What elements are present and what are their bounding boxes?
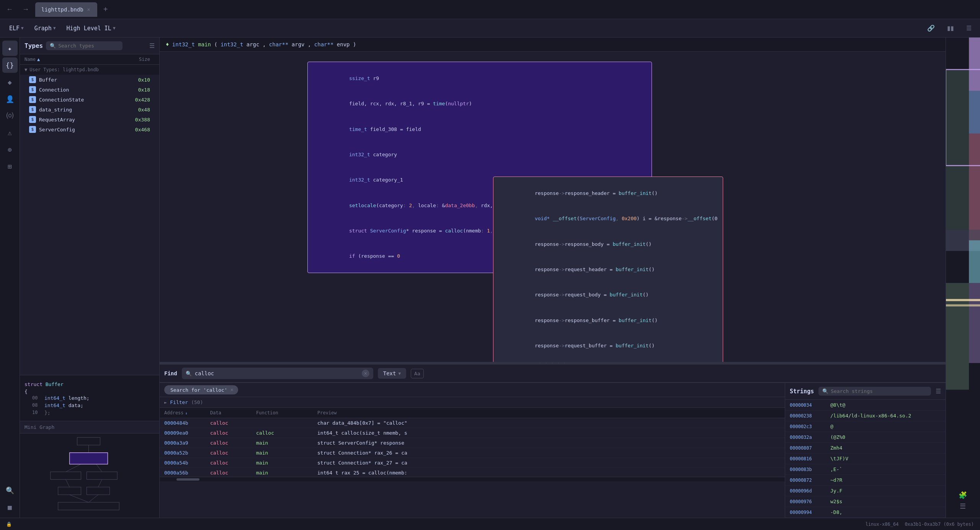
- minimap: 🧩 ☰: [946, 38, 980, 518]
- string-address: 0000096d: [790, 488, 824, 494]
- string-row[interactable]: 0000096d Jy.F: [785, 486, 946, 496]
- type-row-connection[interactable]: S Connection 0x18: [20, 85, 159, 95]
- result-row[interactable]: 00009ea0 calloc calloc int64_t calloc(si…: [160, 428, 785, 438]
- type-size: 0x18: [123, 87, 150, 93]
- func-close-paren: ): [353, 41, 356, 47]
- graph-area[interactable]: ssize_t r9 field, rcx, rdx, r8_1, r9 = t…: [160, 52, 946, 362]
- string-value: /lib64/ld-linux-x86-64.so.2: [830, 413, 941, 419]
- col-address-header[interactable]: Address ↓: [164, 410, 210, 415]
- string-row[interactable]: 000002c3 @: [785, 421, 946, 432]
- result-function: calloc: [256, 430, 317, 436]
- status-right: linux-x86_64 0xa3b1-0xa3b7 (0x6 bytes): [866, 522, 974, 527]
- horizontal-scrollbar[interactable]: [160, 477, 785, 481]
- search-pill-label: Search for 'calloc': [170, 387, 227, 393]
- string-row[interactable]: 00000816 \tJF)V: [785, 453, 946, 464]
- sidebar-icon-warning[interactable]: ⚠: [2, 125, 18, 140]
- strings-search-input[interactable]: [831, 388, 927, 394]
- strings-menu-button[interactable]: ☰: [936, 388, 941, 395]
- sidebar-icon-layers[interactable]: ⊕: [2, 142, 18, 157]
- string-value: Jy.F: [830, 488, 941, 494]
- hlil-dropdown[interactable]: High Level IL ▼: [62, 23, 120, 34]
- main-tab[interactable]: lighttpd.bndb ×: [35, 2, 97, 17]
- type-name: Buffer: [39, 77, 123, 83]
- sidebar-icon-terminal[interactable]: ■: [2, 499, 18, 515]
- svg-rect-28: [946, 299, 980, 301]
- back-button[interactable]: ←: [3, 4, 16, 15]
- sidebar-icon-person[interactable]: 👤: [2, 91, 18, 106]
- types-group-header[interactable]: ▼ User Types: lighttpd.bndb: [20, 65, 159, 75]
- filter-arrow-icon[interactable]: ►: [164, 400, 167, 405]
- sidebar-icon-grid[interactable]: ⊞: [2, 159, 18, 174]
- text-type-label: Text: [383, 370, 396, 376]
- sidebar-icon-search[interactable]: 🔍: [2, 483, 18, 498]
- string-row[interactable]: 00000994 -D8,: [785, 507, 946, 518]
- types-search-input[interactable]: [58, 43, 119, 49]
- columns-button[interactable]: ▮▮: [943, 23, 958, 33]
- result-address: 00009ea0: [164, 430, 210, 436]
- tab-close-button[interactable]: ×: [87, 7, 91, 13]
- type-row-serverconfig[interactable]: S ServerConfig 0x468: [20, 124, 159, 134]
- string-row[interactable]: 00000976 w2$s: [785, 496, 946, 507]
- group-arrow-icon: ▼: [24, 67, 27, 72]
- result-preview: struct Connection* rax_26 = ca: [317, 450, 780, 456]
- string-row[interactable]: 00000238 /lib64/ld-linux-x86-64.so.2: [785, 411, 946, 421]
- sidebar-icon-types[interactable]: {}: [2, 57, 18, 73]
- svg-rect-20: [969, 91, 980, 133]
- struct-preview: struct Buffer { 00 int64_t length; 08 in…: [20, 375, 159, 421]
- code-line: response->response_body = buffer_init(): [499, 232, 717, 257]
- result-row[interactable]: 0000a56b calloc main int64 t rax 25 = ca…: [160, 468, 785, 477]
- string-row[interactable]: 00000034 @8\t@: [785, 400, 946, 411]
- search-pill-close-button[interactable]: ×: [230, 387, 234, 393]
- svg-rect-26: [969, 283, 980, 363]
- strings-search-box[interactable]: 🔍: [818, 387, 931, 396]
- sidebar-icon-git[interactable]: ⒪: [2, 108, 18, 123]
- result-row[interactable]: 0000a3a9 calloc main struct ServerConfig…: [160, 438, 785, 448]
- link-button[interactable]: 🔗: [923, 23, 939, 33]
- return-type: int32_t: [172, 41, 198, 47]
- svg-rect-5: [87, 487, 110, 495]
- code-panel: ♦ int32_t main ( int32_t argc , char** a…: [160, 38, 946, 518]
- sidebar-icon-star[interactable]: ✦: [2, 41, 18, 56]
- type-row-buffer[interactable]: S Buffer 0x10: [20, 75, 159, 85]
- result-function: main: [256, 460, 317, 466]
- filter-label[interactable]: Filter: [170, 399, 188, 405]
- graph-dropdown[interactable]: Graph ▼: [30, 23, 60, 34]
- string-row[interactable]: 00000872 ~d?R: [785, 475, 946, 486]
- find-clear-button[interactable]: ×: [362, 370, 369, 377]
- types-search-box[interactable]: 🔍: [46, 41, 122, 50]
- type-badge-s: S: [29, 106, 36, 113]
- elf-dropdown[interactable]: ELF ▼: [5, 23, 28, 34]
- type-row-connectionstate[interactable]: S ConnectionState 0x428: [20, 95, 159, 105]
- new-tab-button[interactable]: +: [100, 5, 111, 14]
- find-input-wrapper[interactable]: 🔍 ×: [182, 368, 373, 379]
- text-type-dropdown[interactable]: Text ▼: [378, 368, 406, 379]
- result-address: 0000a54b: [164, 460, 210, 466]
- string-row[interactable]: 0000032a (@Z%0: [785, 432, 946, 443]
- code-line: response->request_header = buffer_init(): [499, 257, 717, 282]
- string-value: ~d?R: [830, 477, 941, 483]
- result-row[interactable]: 0000a52b calloc main struct Connection* …: [160, 448, 785, 458]
- find-search-input[interactable]: [195, 370, 359, 376]
- menu-button[interactable]: ☰: [962, 23, 975, 33]
- string-row[interactable]: 00000807 Zmh4: [785, 443, 946, 453]
- string-row[interactable]: 0000083b ,E-`: [785, 464, 946, 475]
- svg-rect-19: [969, 38, 980, 91]
- type-row-requestarray[interactable]: S RequestArray 0x388: [20, 115, 159, 124]
- function-marker: ♦: [166, 41, 172, 47]
- case-sensitive-button[interactable]: Aa: [411, 369, 424, 378]
- h-scroll-thumb[interactable]: [176, 478, 199, 481]
- struct-open-brace: {: [24, 389, 155, 394]
- forward-button[interactable]: →: [19, 4, 32, 15]
- strings-search-icon: 🔍: [822, 388, 828, 394]
- puzzle-icon[interactable]: 🧩: [959, 491, 967, 499]
- code-block-2[interactable]: response->response_header = buffer_init(…: [493, 177, 723, 362]
- types-menu-button[interactable]: ☰: [149, 42, 155, 49]
- sidebar-icon-tags[interactable]: ◆: [2, 74, 18, 90]
- result-row[interactable]: 0000484b calloc char data_484b[0x7] = "c…: [160, 418, 785, 428]
- result-row[interactable]: 0000a54b calloc main struct Connection* …: [160, 458, 785, 468]
- param-name-2: argv: [292, 41, 305, 47]
- svg-rect-3: [87, 472, 118, 479]
- minimap-menu-icon[interactable]: ☰: [960, 502, 966, 510]
- type-row-datastring[interactable]: S data_string 0x48: [20, 105, 159, 115]
- string-value: ,E-`: [830, 466, 941, 472]
